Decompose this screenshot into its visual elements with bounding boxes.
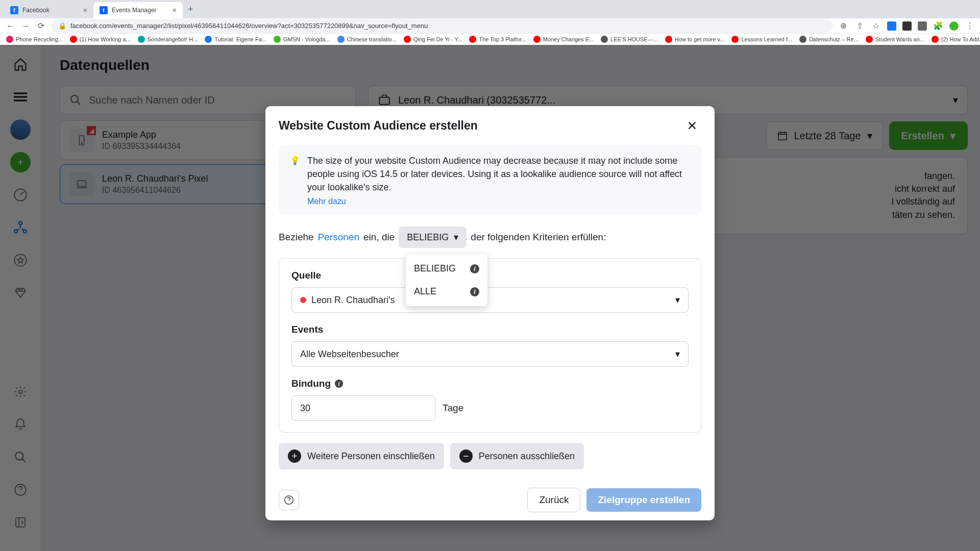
info-icon[interactable]: i [335,380,343,388]
create-audience-modal: Website Custom Audience erstellen 💡 The … [265,106,715,520]
bookmark[interactable]: LEE'S HOUSE---... [601,36,658,43]
bookmark[interactable]: Qing Fei De Yi - Y... [404,36,462,43]
info-icon[interactable]: i [470,264,479,273]
criteria-form-card: Quelle Leon R. Chaudhari's ▾ Events Alle… [279,258,701,433]
include-more-button[interactable]: + Weitere Personen einschließen [279,443,444,469]
share-icon[interactable]: ⇧ [854,21,865,31]
events-label: Events [291,324,689,335]
bookmark[interactable]: (1) How Working a... [70,36,131,43]
option-label: ALLE [414,286,436,297]
facebook-favicon: f [10,6,18,14]
criteria-mid: ein, die [363,232,395,243]
tab-title: Events Manager [112,7,156,14]
dropdown-option-beliebig[interactable]: BELIEBIG i [406,257,487,280]
chevron-down-icon: ▾ [675,348,680,360]
criteria-row: Beziehe Personen ein, die BELIEBIG ▾ der… [279,227,701,248]
bookmark[interactable]: Sonderangebot! H... [138,36,198,43]
bookmark[interactable]: Student Wants an... [866,36,924,43]
lock-icon: 🔒 [58,22,66,30]
bookmarks-bar: Phone Recycling... (1) How Working a... … [0,33,980,45]
reload-icon[interactable]: ⟳ [36,21,46,31]
browser-tab-events[interactable]: f Events Manager × [93,2,183,18]
criteria-selector[interactable]: BELIEBIG ▾ [399,227,467,248]
app-body: + Datenquellen Suche nach Namen oder ID [0,45,980,551]
close-modal-button[interactable] [683,116,701,135]
info-box-text: The size of your website Custom Audience… [307,156,682,192]
tab-title: Facebook [22,7,50,14]
exclude-label: Personen ausschließen [479,451,575,462]
include-more-label: Weitere Personen einschließen [307,451,435,462]
tab-strip: f Facebook × f Events Manager × + [0,0,980,18]
profile-icon[interactable] [949,21,959,31]
bookmark[interactable]: (2) How To Add A... [932,36,980,43]
chevron-down-icon: ▾ [454,232,458,243]
close-tab-icon[interactable]: × [83,6,87,14]
events-value: Alle Webseitenbesucher [300,349,399,360]
bookmark[interactable]: The Top 3 Platfor... [469,36,526,43]
source-selector[interactable]: Leon R. Chaudhari's ▾ [291,287,689,313]
modal-title: Website Custom Audience erstellen [279,119,478,133]
help-button[interactable] [279,490,299,510]
help-icon [284,495,294,505]
close-tab-icon[interactable]: × [173,6,177,14]
source-label: Quelle [291,270,689,281]
lightbulb-icon: 💡 [290,156,300,206]
criteria-dropdown: BELIEBIG i ALLE i [406,254,487,306]
puzzle-icon[interactable]: 🧩 [933,21,943,31]
bookmark[interactable]: Money Changes E... [533,36,594,43]
source-value: Leon R. Chaudhari's [311,295,395,306]
close-icon [687,120,698,131]
modal-footer: Zurück Zielgruppe erstellen [265,480,715,520]
forward-nav-icon[interactable]: → [20,21,31,31]
bookmark[interactable]: Chinese translatio... [337,36,397,43]
option-label: BELIEBIG [414,263,456,274]
address-bar[interactable]: 🔒 facebook.com/events_manager2/list/pixe… [51,19,833,33]
criteria-pre: Beziehe [279,232,314,243]
personen-link[interactable]: Personen [318,232,359,243]
browser-chrome: f Facebook × f Events Manager × + ← → ⟳ … [0,0,980,45]
chevron-down-icon: ▾ [675,294,680,306]
criteria-post: der folgenden Kriterien erfüllen: [471,232,606,243]
events-selector[interactable]: Alle Webseitenbesucher ▾ [291,341,689,367]
browser-tab-facebook[interactable]: f Facebook × [4,2,93,18]
more-info-link[interactable]: Mehr dazu [307,197,690,206]
menu-icon[interactable]: ⋮ [965,21,975,31]
retention-unit: Tage [443,403,463,414]
address-row: ← → ⟳ 🔒 facebook.com/events_manager2/lis… [0,18,980,33]
bookmark[interactable]: Lessons Learned f... [731,36,792,43]
ios-info-box: 💡 The size of your website Custom Audien… [279,145,701,215]
bookmark[interactable]: GMSN - Vologda... [274,36,330,43]
bookmark[interactable]: Tutorial: Eigene Fa... [205,36,266,43]
url-text: facebook.com/events_manager2/list/pixel/… [70,22,428,30]
bookmark[interactable]: Phone Recycling... [6,36,63,43]
minus-circle-icon: − [459,449,473,463]
new-tab-button[interactable]: + [183,4,199,15]
back-nav-icon[interactable]: ← [5,21,15,31]
dropdown-option-alle[interactable]: ALLE i [406,280,487,303]
retention-input[interactable] [291,395,435,421]
ext-icon[interactable] [902,21,912,31]
create-audience-button[interactable]: Zielgruppe erstellen [586,488,701,512]
status-dot-icon [300,297,306,303]
retention-label: Bindung i [291,378,689,389]
exclude-button[interactable]: − Personen ausschließen [450,443,584,469]
star-icon[interactable]: ☆ [871,21,881,31]
bookmark[interactable]: How to get more v... [665,36,725,43]
plus-circle-icon: + [288,449,301,463]
zoom-icon[interactable]: ⊕ [838,21,848,31]
extension-icons: ⊕ ⇧ ☆ 🧩 ⋮ [838,21,975,31]
facebook-favicon: f [100,6,108,14]
back-button[interactable]: Zurück [527,488,580,512]
ext-icon[interactable] [918,21,927,31]
bookmark[interactable]: Datenschutz – Re... [799,36,859,43]
ext-icon[interactable] [887,21,896,31]
info-icon[interactable]: i [470,287,479,296]
criteria-selector-label: BELIEBIG [407,232,449,243]
